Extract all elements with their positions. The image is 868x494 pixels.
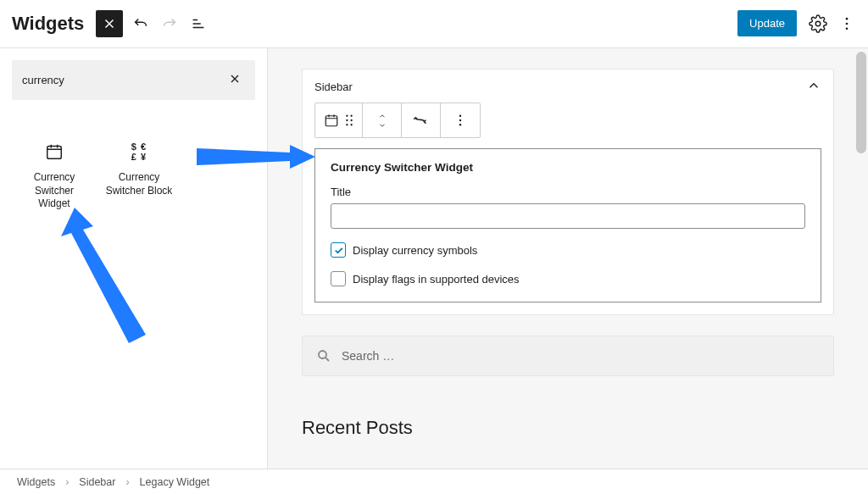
breadcrumb: Widgets › Sidebar › Legacy Widget xyxy=(0,469,868,494)
block-label: Currency Switcher Widget xyxy=(19,171,90,211)
block-label: Currency Switcher Block xyxy=(103,171,175,197)
widget-heading: Currency Switcher Widget xyxy=(331,161,805,174)
chevron-down-icon xyxy=(376,121,388,130)
toolbar-more[interactable] xyxy=(441,103,480,137)
block-currency-switcher-block[interactable]: $ €£ ¥ Currency Switcher Block xyxy=(100,134,178,218)
widget-area-title: Sidebar xyxy=(314,80,353,93)
checkbox-icon xyxy=(331,242,346,258)
title-input[interactable] xyxy=(331,203,805,229)
update-button[interactable]: Update xyxy=(737,10,797,36)
toolbar-move-to[interactable] xyxy=(402,103,441,137)
calendar-icon xyxy=(45,141,64,163)
inserter-panel: Currency Switcher Widget $ €£ ¥ Currency… xyxy=(0,48,268,469)
block-toolbar xyxy=(314,103,481,138)
widget-area-sidebar: Sidebar xyxy=(302,69,834,315)
move-to-icon xyxy=(413,112,430,129)
toolbar-mover[interactable] xyxy=(363,103,402,137)
collapse-button[interactable] xyxy=(806,78,821,96)
block-currency-switcher-widget[interactable]: Currency Switcher Widget xyxy=(15,134,93,218)
svg-point-0 xyxy=(815,21,821,26)
svg-point-3 xyxy=(846,27,849,30)
chevron-up-icon xyxy=(376,112,388,120)
more-vertical-icon xyxy=(453,113,468,128)
block-search-input[interactable] xyxy=(22,74,225,86)
option-display-symbols[interactable]: Display currency symbols xyxy=(331,242,805,258)
svg-point-1 xyxy=(846,17,849,19)
chevron-right-icon: › xyxy=(125,476,129,488)
svg-point-8 xyxy=(346,119,348,121)
svg-point-15 xyxy=(319,351,326,358)
chevron-up-icon xyxy=(806,78,821,93)
close-icon xyxy=(228,72,242,86)
breadcrumb-item[interactable]: Sidebar xyxy=(79,476,115,488)
option-label: Display flags in supported devices xyxy=(353,273,520,286)
svg-point-13 xyxy=(459,119,461,121)
scrollbar[interactable] xyxy=(856,52,866,153)
list-view-button[interactable] xyxy=(184,9,213,38)
svg-point-7 xyxy=(350,115,352,117)
svg-point-12 xyxy=(459,115,461,117)
title-label: Title xyxy=(331,186,805,198)
breadcrumb-item[interactable]: Legacy Widget xyxy=(140,476,210,488)
breadcrumb-item[interactable]: Widgets xyxy=(17,476,55,488)
svg-point-2 xyxy=(846,22,849,25)
page-title: Widgets xyxy=(7,13,96,35)
svg-point-14 xyxy=(459,124,461,125)
recent-posts-heading: Recent Posts xyxy=(302,417,834,439)
close-icon xyxy=(102,16,117,31)
drag-handle-icon xyxy=(344,114,354,126)
checkbox-icon xyxy=(331,271,346,286)
toolbar-block-type[interactable] xyxy=(315,103,363,137)
block-results: Currency Switcher Widget $ €£ ¥ Currency… xyxy=(12,134,255,218)
editor-canvas: Sidebar xyxy=(268,48,868,469)
clear-search-button[interactable] xyxy=(225,69,245,92)
search-icon xyxy=(316,348,331,364)
svg-point-10 xyxy=(346,124,348,125)
svg-rect-4 xyxy=(47,147,62,159)
close-inserter-button[interactable] xyxy=(96,10,123,37)
currency-switcher-widget-card: Currency Switcher Widget Title Display c… xyxy=(314,148,821,303)
top-toolbar: Widgets Update xyxy=(0,0,868,47)
option-display-flags[interactable]: Display flags in supported devices xyxy=(331,271,805,286)
more-vertical-icon xyxy=(838,15,855,32)
search-widget-block[interactable]: Search … xyxy=(302,336,834,376)
gear-icon xyxy=(809,14,827,33)
settings-button[interactable] xyxy=(804,9,832,38)
svg-point-9 xyxy=(350,119,352,121)
chevron-right-icon: › xyxy=(65,476,69,488)
svg-point-11 xyxy=(350,124,352,125)
search-placeholder: Search … xyxy=(342,349,394,363)
block-search xyxy=(12,60,255,100)
svg-rect-5 xyxy=(326,116,337,126)
redo-icon xyxy=(160,14,179,33)
undo-button[interactable] xyxy=(126,9,155,38)
undo-icon xyxy=(131,14,150,33)
calendar-icon xyxy=(324,113,339,128)
redo-button[interactable] xyxy=(155,9,184,38)
currency-grid-icon: $ €£ ¥ xyxy=(131,141,147,163)
list-view-icon xyxy=(189,14,208,33)
options-button[interactable] xyxy=(832,9,861,38)
svg-point-6 xyxy=(346,115,348,117)
option-label: Display currency symbols xyxy=(353,244,477,257)
